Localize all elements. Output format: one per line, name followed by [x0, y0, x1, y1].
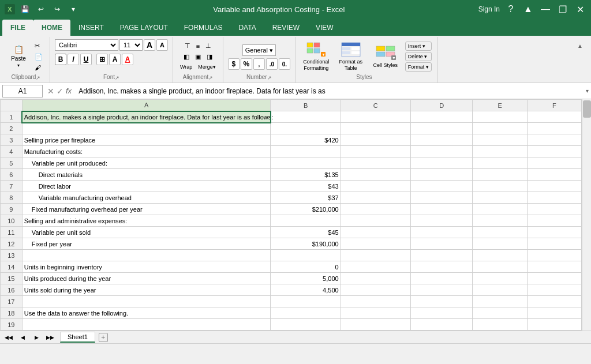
cut-button[interactable]: ✂	[32, 41, 45, 51]
cell-F16[interactable]	[527, 284, 581, 296]
col-header-c[interactable]: C	[341, 100, 410, 111]
col-header-a[interactable]: A	[22, 100, 271, 111]
cell-B4[interactable]	[271, 146, 341, 157]
vertical-scrollbar[interactable]	[582, 99, 591, 331]
cell-E1[interactable]	[473, 111, 527, 123]
borders-button[interactable]: ⊞	[96, 54, 108, 65]
cell-A13[interactable]	[22, 250, 271, 261]
cell-D16[interactable]	[410, 284, 473, 296]
tab-file[interactable]: FILE	[2, 20, 33, 36]
tab-formulas[interactable]: FORMULAS	[176, 20, 231, 36]
cell-A12[interactable]: Fixed per year	[22, 238, 271, 250]
cell-A7[interactable]: Direct labor	[22, 181, 271, 192]
number-expand-icon[interactable]: ↗	[267, 75, 272, 81]
cell-B17[interactable]	[271, 296, 341, 307]
cell-F14[interactable]	[527, 261, 581, 273]
cell-D6[interactable]	[410, 169, 473, 181]
cell-F4[interactable]	[527, 146, 581, 157]
cell-C8[interactable]	[341, 192, 410, 204]
col-header-e[interactable]: E	[473, 100, 527, 111]
cell-D12[interactable]	[410, 238, 473, 250]
cell-D11[interactable]	[410, 227, 473, 238]
formula-input[interactable]	[76, 85, 583, 97]
undo-button[interactable]: ↩	[35, 3, 47, 16]
prev-sheet-button[interactable]: ◀◀	[2, 331, 15, 344]
cell-B18[interactable]	[271, 307, 341, 319]
cell-E8[interactable]	[473, 192, 527, 204]
cell-E19[interactable]	[473, 319, 527, 331]
font-name-select[interactable]: Calibri	[55, 39, 118, 51]
tab-page-layout[interactable]: PAGE LAYOUT	[112, 20, 176, 36]
cell-A18[interactable]: Use the data to answer the following.	[22, 307, 271, 319]
redo-button[interactable]: ↪	[51, 3, 63, 16]
add-sheet-button[interactable]: +	[99, 333, 108, 342]
function-button[interactable]: fx	[66, 87, 72, 95]
cell-C16[interactable]	[341, 284, 410, 296]
cell-C12[interactable]	[341, 238, 410, 250]
cell-C6[interactable]	[341, 169, 410, 181]
cell-F17[interactable]	[527, 296, 581, 307]
align-middle-button[interactable]: ≡	[194, 41, 202, 51]
horizontal-scrollbar[interactable]	[0, 343, 591, 352]
increase-font-button[interactable]: A	[144, 39, 155, 51]
align-bottom-button[interactable]: ⊥	[203, 41, 214, 51]
merge-cells-button[interactable]: Merge▾	[196, 63, 218, 71]
font-size-select[interactable]: 11	[119, 39, 143, 51]
cell-B7[interactable]: $43	[271, 181, 341, 192]
cell-F5[interactable]	[527, 157, 581, 169]
align-right-button[interactable]: ◨	[204, 52, 215, 62]
cell-F8[interactable]	[527, 192, 581, 204]
cell-F12[interactable]	[527, 238, 581, 250]
cell-D8[interactable]	[410, 192, 473, 204]
cell-E15[interactable]	[473, 273, 527, 284]
decrease-decimal-button[interactable]: 0.	[279, 58, 290, 70]
italic-button[interactable]: I	[68, 54, 79, 65]
cell-B8[interactable]: $37	[271, 192, 341, 204]
cell-A4[interactable]: Manufacturing costs:	[22, 146, 271, 157]
cell-B15[interactable]: 5,000	[271, 273, 341, 284]
cell-B13[interactable]	[271, 250, 341, 261]
insert-button[interactable]: Insert ▾	[405, 42, 432, 51]
cell-reference-input[interactable]	[2, 85, 43, 97]
cell-D1[interactable]	[410, 111, 473, 123]
cell-E4[interactable]	[473, 146, 527, 157]
currency-button[interactable]: $	[228, 58, 240, 70]
sheet-tab-1[interactable]: Sheet1	[60, 332, 95, 343]
cell-styles-button[interactable]: ▼ Cell Styles	[369, 40, 402, 73]
tab-home[interactable]: HOME	[33, 20, 70, 36]
increase-decimal-button[interactable]: .0	[266, 58, 278, 70]
cell-D5[interactable]	[410, 157, 473, 169]
sign-in-button[interactable]: Sign In	[478, 5, 500, 13]
cell-D2[interactable]	[410, 123, 473, 134]
conditional-formatting-button[interactable]: ▼ Conditional Formatting	[300, 40, 332, 73]
align-center-button[interactable]: ▣	[193, 52, 203, 62]
delete-button[interactable]: Delete ▾	[405, 52, 432, 61]
next-sheet-button[interactable]: ▶	[30, 331, 43, 344]
paste-button[interactable]: 📋 Paste ▾	[7, 39, 30, 74]
help-button[interactable]: ?	[504, 3, 517, 16]
cell-B16[interactable]: 4,500	[271, 284, 341, 296]
cell-C14[interactable]	[341, 261, 410, 273]
cell-F11[interactable]	[527, 227, 581, 238]
prev-sheet-button2[interactable]: ◀	[16, 331, 29, 344]
format-painter-button[interactable]: 🖌	[32, 63, 45, 72]
font-expand-icon[interactable]: ↗	[115, 75, 119, 81]
cell-F2[interactable]	[527, 123, 581, 134]
cell-C1[interactable]	[341, 111, 410, 123]
cell-E12[interactable]	[473, 238, 527, 250]
cell-D9[interactable]	[410, 204, 473, 215]
col-header-d[interactable]: D	[410, 100, 473, 111]
cell-E13[interactable]	[473, 250, 527, 261]
cell-C7[interactable]	[341, 181, 410, 192]
cell-C9[interactable]	[341, 204, 410, 215]
cell-F10[interactable]	[527, 215, 581, 227]
clipboard-expand-icon[interactable]: ↗	[36, 75, 40, 81]
save-button[interactable]: 💾	[18, 3, 31, 16]
cell-C10[interactable]	[341, 215, 410, 227]
cell-A17[interactable]	[22, 296, 271, 307]
cell-D4[interactable]	[410, 146, 473, 157]
cell-E9[interactable]	[473, 204, 527, 215]
close-button[interactable]: ✕	[574, 3, 586, 16]
cell-B11[interactable]: $45	[271, 227, 341, 238]
cancel-formula-button[interactable]: ✕	[47, 87, 54, 96]
